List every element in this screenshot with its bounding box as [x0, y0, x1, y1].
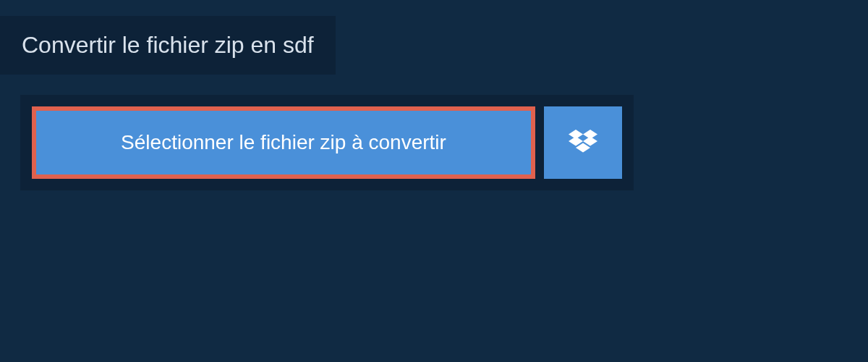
upload-panel: Sélectionner le fichier zip à convertir — [20, 95, 634, 190]
dropbox-button[interactable] — [544, 106, 622, 179]
select-file-label: Sélectionner le fichier zip à convertir — [121, 131, 446, 154]
select-file-button[interactable]: Sélectionner le fichier zip à convertir — [32, 106, 535, 179]
page-title-text: Convertir le fichier zip en sdf — [22, 32, 314, 58]
dropbox-icon — [569, 130, 597, 156]
page-title: Convertir le fichier zip en sdf — [0, 16, 336, 75]
